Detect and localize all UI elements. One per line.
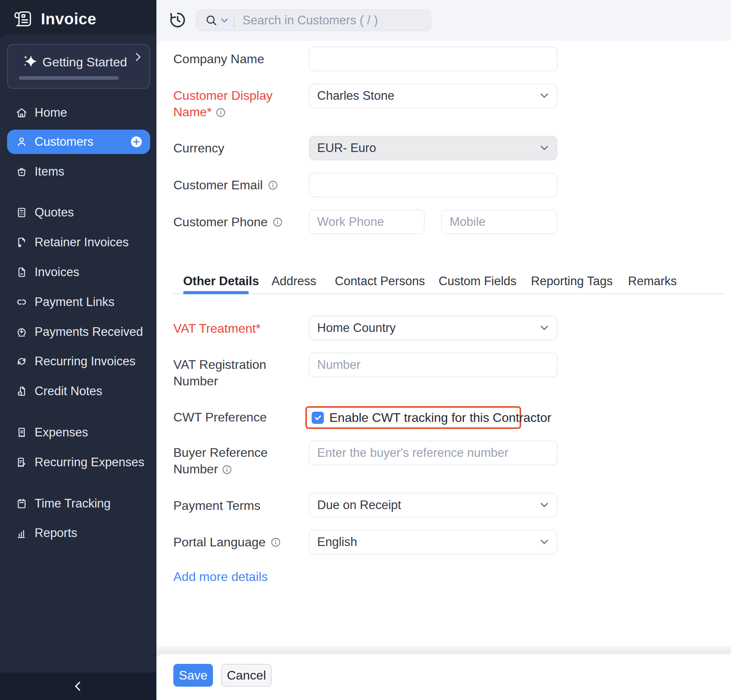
cancel-button[interactable]: Cancel [221,664,272,687]
tab-contact-persons[interactable]: Contact Persons [335,271,425,291]
sidebar-item-label: Recurring Invoices [35,349,136,374]
sidebar-item-label: Home [35,101,67,125]
customer-display-name-label: Customer Display Name* [173,87,291,120]
global-search-input[interactable]: Search in Customers ( / ) [196,9,431,31]
sidebar-item-recurring-expenses[interactable]: Recurring Expenses [7,450,150,475]
sidebar-item-recurring-invoices[interactable]: Recurring Invoices [7,349,150,374]
getting-started-label: Getting Started [42,55,127,70]
chevron-down-icon [540,502,549,508]
expenses-icon [16,427,28,438]
recurring-expenses-icon [16,456,28,468]
sidebar: Invoice Getting Started [0,0,156,700]
vat-treatment-label: VAT Treatment* [173,320,261,337]
tab-other-details[interactable]: Other Details [183,271,259,291]
payment-links-icon [16,296,28,308]
sidebar-item-label: Time Tracking [35,491,111,516]
reports-icon [16,527,28,539]
sidebar-item-label: Payment Links [35,290,114,314]
cwt-checkbox[interactable] [312,412,324,424]
customer-email-label: Customer Email [173,177,278,193]
sidebar-item-label: Customers [35,130,94,154]
info-icon[interactable] [270,537,281,548]
customer-email-input[interactable] [309,173,557,197]
invoices-icon [16,266,28,278]
buyer-reference-label: Buyer Reference Number [173,444,291,477]
currency-value: EUR- Euro [317,141,376,155]
getting-started-progress-bar [19,76,119,80]
sidebar-item-label: Reports [35,521,77,545]
search-divider [234,13,235,27]
sidebar-item-customers[interactable]: Customers [7,130,150,154]
payment-terms-select[interactable]: Due on Receipt [309,493,557,517]
vat-registration-label: VAT Registration Number [173,356,291,389]
customer-display-name-value: Charles Stone [317,89,394,103]
info-icon[interactable] [222,464,232,475]
info-icon[interactable] [215,107,226,118]
quotes-icon [16,207,28,218]
search-icon [205,14,218,27]
mobile-phone-input[interactable] [441,210,557,234]
items-icon [16,166,28,178]
sidebar-item-time-tracking[interactable]: Time Tracking [7,491,150,516]
retainer-invoices-icon [16,236,28,248]
sidebar-item-label: Invoices [35,260,79,284]
sidebar-item-home[interactable]: Home [7,101,150,125]
customer-form-panel [156,41,731,646]
collapse-sidebar-icon[interactable] [72,680,85,693]
chevron-right-icon [132,51,144,63]
vat-registration-input[interactable] [309,353,557,377]
payment-terms-value: Due on Receipt [317,498,401,512]
app-title: Invoice [41,10,96,28]
sidebar-item-items[interactable]: Items [7,159,150,184]
app-logo: Invoice [13,9,96,29]
customer-display-name-select[interactable]: Charles Stone [309,84,557,108]
tab-address[interactable]: Address [272,271,316,291]
info-icon[interactable] [272,217,283,227]
tab-remarks[interactable]: Remarks [628,271,677,291]
tab-reporting-tags[interactable]: Reporting Tags [531,271,613,291]
company-name-input[interactable] [309,47,557,71]
recurring-invoices-icon [16,355,28,367]
portal-language-value: English [317,535,357,549]
currency-select[interactable]: EUR- Euro [309,136,557,160]
home-icon [16,107,28,119]
sidebar-item-label: Items [35,159,64,184]
sidebar-item-retainer-invoices[interactable]: Retainer Invoices [7,230,150,255]
portal-language-select[interactable]: English [309,530,557,554]
sidebar-item-payment-links[interactable]: Payment Links [7,290,150,314]
chevron-down-icon [540,145,549,151]
app-root: Invoice Getting Started [0,0,731,700]
sidebar-item-expenses[interactable]: Expenses [7,420,150,445]
sidebar-item-quotes[interactable]: Quotes [7,200,150,225]
getting-started-card[interactable]: Getting Started [7,44,150,89]
cwt-checkbox-label[interactable]: Enable CWT tracking for this Contractor [329,410,551,425]
sidebar-item-payments-received[interactable]: Payments Received [7,320,150,344]
search-scope-chevron-icon[interactable] [220,18,228,23]
work-phone-input[interactable] [309,210,424,234]
sidebar-item-label: Retainer Invoices [35,230,129,255]
cwt-preference-label: CWT Preference [173,409,267,425]
vat-treatment-select[interactable]: Home Country [309,316,557,340]
sparkle-icon [22,53,39,70]
currency-label: Currency [173,140,224,156]
tab-custom-fields[interactable]: Custom Fields [439,271,516,291]
tabs-divider [173,293,725,294]
recent-history-icon[interactable] [169,11,187,29]
info-icon[interactable] [268,180,278,191]
sidebar-item-credit-notes[interactable]: Credit Notes [7,379,150,403]
sidebar-item-label: Payments Received [35,320,143,344]
sidebar-item-label: Credit Notes [35,379,102,403]
cwt-highlight-box: Enable CWT tracking for this Contractor [305,406,521,429]
add-more-details-link[interactable]: Add more details [173,570,268,584]
portal-language-label: Portal Language [173,534,281,550]
vat-treatment-value: Home Country [317,321,396,335]
sidebar-item-reports[interactable]: Reports [7,521,150,545]
buyer-reference-input[interactable] [309,441,557,465]
sidebar-item-label: Quotes [35,200,74,225]
invoice-logo-icon [13,9,34,29]
sidebar-collapse-bar[interactable] [0,673,156,700]
sidebar-item-invoices[interactable]: Invoices [7,260,150,284]
add-customer-icon[interactable] [130,136,142,148]
save-button[interactable]: Save [173,664,213,687]
customers-icon [16,136,28,148]
